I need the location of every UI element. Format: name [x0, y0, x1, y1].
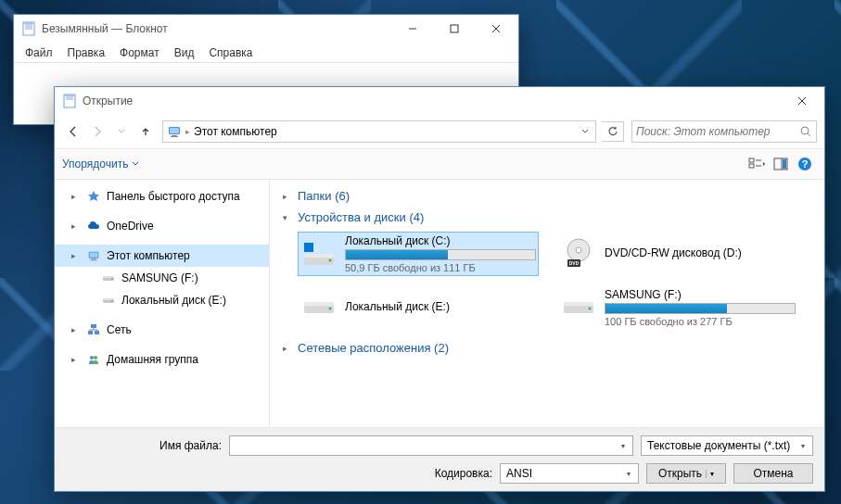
drive-free-text: 100 ГБ свободно из 277 ГБ — [605, 316, 796, 327]
drive-name: SAMSUNG (F:) — [605, 288, 796, 301]
chevron-down-icon: ▾ — [621, 470, 636, 478]
menu-view[interactable]: Вид — [167, 44, 202, 61]
svg-rect-33 — [91, 259, 97, 260]
section-title: Устройства и диски (4) — [298, 210, 424, 224]
sidebar-item-network[interactable]: ▸ Сеть — [55, 319, 269, 341]
svg-rect-56 — [310, 248, 314, 253]
notepad-menubar: Файл Правка Формат Вид Справка — [14, 43, 518, 63]
nav-back-button[interactable] — [62, 120, 84, 143]
homegroup-icon — [86, 352, 101, 367]
drive-samsung[interactable]: SAMSUNG (F:) 100 ГБ свободно из 277 ГБ — [557, 285, 798, 330]
section-drives[interactable]: ▾ Устройства и диски (4) — [283, 210, 811, 224]
network-icon — [86, 322, 101, 337]
refresh-button[interactable] — [602, 121, 624, 142]
close-button[interactable] — [475, 16, 516, 42]
notepad-icon — [62, 94, 77, 108]
sidebar-item-samsung[interactable]: SAMSUNG (F:) — [55, 267, 269, 289]
hdd-icon — [560, 289, 597, 326]
organize-label: Упорядочить — [62, 158, 128, 170]
dialog-close-button[interactable] — [781, 88, 822, 114]
svg-rect-50 — [304, 254, 334, 258]
organize-button[interactable]: Упорядочить — [62, 158, 139, 170]
drive-icon — [101, 271, 116, 285]
svg-line-20 — [808, 133, 810, 136]
svg-rect-21 — [749, 158, 754, 162]
sidebar-item-label: Панель быстрого доступа — [107, 190, 240, 203]
svg-point-66 — [589, 308, 592, 310]
address-text: Этот компьютер — [194, 125, 573, 138]
sidebar-item-quickaccess[interactable]: ▸ Панель быстрого доступа — [55, 185, 269, 208]
sidebar-item-onedrive[interactable]: ▸ OneDrive — [55, 215, 269, 237]
sidebar-item-thispc[interactable]: ▸ Этот компьютер — [55, 245, 269, 267]
svg-rect-53 — [304, 243, 309, 247]
pc-icon — [86, 248, 101, 263]
svg-rect-22 — [749, 164, 754, 168]
notepad-title: Безымянный — Блокнот — [42, 22, 391, 35]
nav-up-button[interactable] — [134, 120, 157, 143]
address-bar[interactable]: ▸ Этот компьютер — [162, 120, 596, 143]
minimize-button[interactable] — [391, 16, 433, 42]
chevron-down-icon: ▾ — [283, 213, 292, 222]
nav-recent-dropdown[interactable] — [110, 120, 133, 143]
open-button[interactable]: Открыть ▾ — [646, 463, 726, 484]
capacity-bar — [345, 249, 536, 260]
filename-label: Имя файла: — [66, 439, 222, 452]
view-options-button[interactable] — [745, 153, 769, 175]
svg-rect-6 — [451, 25, 458, 32]
chevron-icon: ▸ — [71, 221, 81, 231]
sidebar-item-homegroup[interactable]: ▸ Домашняя группа — [55, 348, 269, 371]
help-button[interactable]: ? — [793, 153, 817, 175]
svg-point-36 — [111, 278, 113, 280]
filename-input[interactable]: ▾ — [229, 435, 633, 456]
svg-text:DVD: DVD — [569, 260, 580, 266]
drive-c[interactable]: Локальный диск (C:) 50,9 ГБ свободно из … — [298, 232, 539, 276]
chevron-right-icon: ▸ — [283, 344, 292, 353]
sidebar-item-localdisk-e[interactable]: Локальный диск (E:) — [55, 289, 269, 311]
chevron-icon: ▸ — [71, 251, 81, 260]
menu-file[interactable]: Файл — [18, 44, 60, 61]
filetype-dropdown[interactable]: Текстовые документы (*.txt) ▾ — [641, 435, 813, 456]
svg-point-58 — [576, 247, 581, 253]
svg-point-19 — [801, 127, 809, 134]
notepad-titlebar[interactable]: Безымянный — Блокнот — [14, 15, 518, 43]
nav-forward-button[interactable] — [86, 120, 108, 143]
chevron-down-icon: ▾ — [796, 442, 810, 450]
sidebar-item-label: OneDrive — [107, 220, 154, 233]
svg-rect-12 — [64, 94, 75, 96]
svg-point-51 — [329, 259, 332, 262]
section-network[interactable]: ▸ Сетевые расположения (2) — [283, 341, 811, 355]
encoding-dropdown[interactable]: ANSI ▾ — [500, 463, 639, 484]
svg-point-48 — [94, 356, 97, 359]
section-title: Сетевые расположения (2) — [298, 341, 449, 355]
section-title: Папки (6) — [298, 189, 350, 203]
search-box[interactable] — [631, 120, 817, 143]
cancel-button[interactable]: Отмена — [733, 463, 813, 484]
svg-rect-31 — [90, 253, 98, 258]
drive-free-text: 50,9 ГБ свободно из 111 ГБ — [345, 262, 536, 273]
drive-dvd[interactable]: DVD DVD/CD-RW дисковод (D:) — [557, 232, 798, 276]
chevron-right-icon: ▸ — [283, 192, 292, 201]
preview-pane-button[interactable] — [769, 153, 793, 175]
maximize-button[interactable] — [433, 16, 475, 42]
address-dropdown[interactable] — [577, 122, 593, 141]
svg-rect-40 — [91, 324, 96, 328]
chevron-icon: ▸ — [71, 325, 81, 334]
menu-format[interactable]: Формат — [112, 44, 167, 61]
menu-edit[interactable]: Правка — [60, 44, 113, 61]
sidebar-item-label: SAMSUNG (F:) — [121, 271, 198, 284]
svg-rect-4 — [23, 22, 34, 24]
capacity-bar — [605, 303, 796, 314]
dialog-titlebar[interactable]: Открытие — [55, 87, 824, 115]
svg-rect-35 — [103, 276, 114, 278]
menu-help[interactable]: Справка — [201, 44, 260, 61]
drive-e[interactable]: Локальный диск (E:) — [298, 285, 539, 330]
svg-rect-17 — [172, 135, 177, 136]
svg-point-39 — [111, 300, 113, 302]
cloud-icon — [86, 219, 101, 233]
svg-rect-42 — [95, 331, 99, 334]
section-folders[interactable]: ▸ Папки (6) — [283, 189, 811, 203]
svg-rect-65 — [564, 302, 593, 306]
search-input[interactable] — [636, 125, 796, 138]
svg-point-63 — [329, 308, 332, 310]
svg-rect-38 — [103, 298, 114, 300]
